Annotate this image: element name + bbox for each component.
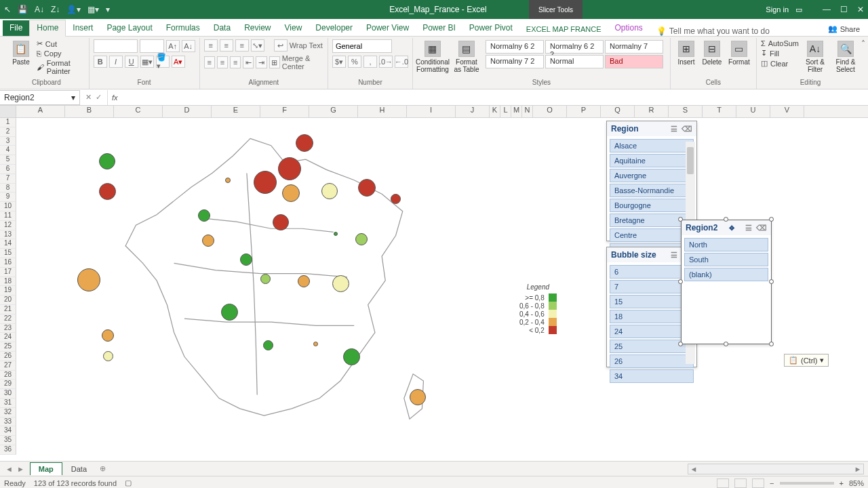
currency-icon[interactable]: $▾ xyxy=(332,56,346,68)
sort-asc-icon[interactable]: A↓ xyxy=(35,5,44,14)
col-header[interactable]: I xyxy=(407,106,456,117)
next-sheet-icon[interactable]: ► xyxy=(17,465,24,473)
increase-font-icon[interactable]: A↑ xyxy=(166,40,180,52)
autosum-button[interactable]: ΣAutoSum xyxy=(761,39,799,47)
row-header[interactable]: 2 xyxy=(0,127,16,137)
row-header[interactable]: 28 xyxy=(0,371,16,380)
tab-power-bi[interactable]: Power BI xyxy=(416,20,462,36)
slicer-region2[interactable]: Region2✥☰⌫ North South (blank) xyxy=(681,220,772,344)
row-header[interactable]: 32 xyxy=(0,408,16,418)
format-painter-button[interactable]: 🖌Format Painter xyxy=(37,59,85,75)
row-header[interactable]: 35 xyxy=(0,436,16,445)
page-layout-view-button[interactable] xyxy=(734,479,747,488)
borders-button[interactable]: ▦▾ xyxy=(140,56,154,68)
cancel-formula-icon[interactable]: ✕ xyxy=(85,93,92,102)
dec-decimal-icon[interactable]: ←.0 xyxy=(395,56,408,68)
cell-style-1[interactable]: Normalny 6 2 xyxy=(486,40,544,54)
row-header[interactable]: 8 xyxy=(0,184,16,193)
row-header[interactable]: 31 xyxy=(0,399,16,408)
tab-formulas[interactable]: Formulas xyxy=(159,20,207,36)
slicer-item[interactable]: North xyxy=(684,238,768,251)
fill-button[interactable]: ↧Fill xyxy=(761,49,799,58)
align-left-icon[interactable]: ≡ xyxy=(204,56,215,68)
italic-button[interactable]: I xyxy=(109,56,123,68)
tab-view[interactable]: View xyxy=(278,20,309,36)
format-cells-button[interactable]: ▭Format xyxy=(726,39,752,67)
collapse-ribbon-icon[interactable]: ˄ xyxy=(861,39,865,49)
col-header[interactable]: G xyxy=(309,106,358,117)
zoom-in-icon[interactable]: + xyxy=(840,479,844,487)
tab-review[interactable]: Review xyxy=(237,20,277,36)
user-icon[interactable]: 👤▾ xyxy=(66,5,81,14)
col-header[interactable]: P xyxy=(567,106,601,117)
row-header[interactable]: 29 xyxy=(0,380,16,389)
col-header[interactable]: C xyxy=(114,106,163,117)
resize-handle[interactable] xyxy=(724,342,728,346)
row-header[interactable]: 26 xyxy=(0,352,16,361)
minimize-icon[interactable]: — xyxy=(823,5,831,14)
percent-icon[interactable]: % xyxy=(348,56,361,68)
row-header[interactable]: 23 xyxy=(0,324,16,333)
paste-options-popup[interactable]: 📋 (Ctrl) ▾ xyxy=(784,354,829,367)
col-header[interactable]: B xyxy=(65,106,114,117)
tab-options[interactable]: Options xyxy=(608,20,650,36)
row-header[interactable]: 6 xyxy=(0,165,16,174)
col-header[interactable]: J xyxy=(456,106,490,117)
clear-filter-icon[interactable]: ⌫ xyxy=(682,125,692,134)
tab-insert[interactable]: Insert xyxy=(66,20,100,36)
horizontal-scrollbar[interactable]: ◄ ► xyxy=(688,464,864,474)
col-header[interactable]: Q xyxy=(601,106,635,117)
col-header[interactable]: T xyxy=(703,106,736,117)
col-header[interactable]: E xyxy=(212,106,260,117)
tab-power-pivot[interactable]: Power Pivot xyxy=(462,20,519,36)
maximize-icon[interactable]: ☐ xyxy=(840,5,848,14)
tell-me[interactable]: 💡Tell me what you want to do xyxy=(656,26,770,36)
row-header[interactable]: 4 xyxy=(0,146,16,155)
sheet-tab-map[interactable]: Map xyxy=(30,462,62,475)
slicer-item[interactable]: Bourgogne xyxy=(610,199,694,212)
row-header[interactable]: 15 xyxy=(0,249,16,258)
slicer-item[interactable]: South xyxy=(684,253,768,266)
slicer-item[interactable]: (blank) xyxy=(684,268,768,281)
row-header[interactable]: 10 xyxy=(0,202,16,211)
cursor-icon[interactable]: ↖ xyxy=(4,5,11,14)
font-color-button[interactable]: A▾ xyxy=(172,56,185,68)
row-header[interactable]: 18 xyxy=(0,277,16,287)
col-header[interactable]: H xyxy=(358,106,407,117)
name-box[interactable]: Region2▾ xyxy=(0,90,80,105)
page-break-view-button[interactable] xyxy=(752,479,764,488)
cell-style-bad[interactable]: Bad xyxy=(605,55,663,68)
inc-decimal-icon[interactable]: .0→ xyxy=(379,56,393,68)
cut-button[interactable]: ✂Cut xyxy=(37,39,85,48)
comma-icon[interactable]: , xyxy=(363,56,377,68)
zoom-out-icon[interactable]: − xyxy=(770,479,774,487)
orientation-icon[interactable]: ⤡▾ xyxy=(251,39,264,52)
resize-handle[interactable] xyxy=(769,279,774,284)
zoom-percent[interactable]: 85% xyxy=(849,479,864,487)
row-header[interactable]: 19 xyxy=(0,286,16,296)
ribbon-display-icon[interactable]: ▭ xyxy=(795,5,802,14)
resize-handle[interactable] xyxy=(678,342,683,346)
resize-handle[interactable] xyxy=(769,217,774,222)
decrease-font-icon[interactable]: A↓ xyxy=(182,40,195,52)
col-header[interactable]: N xyxy=(522,106,533,117)
tab-power-view[interactable]: Power View xyxy=(359,20,416,36)
paste-button[interactable]: 📋 Paste xyxy=(8,39,34,67)
font-size-input[interactable] xyxy=(140,39,164,53)
zoom-slider[interactable] xyxy=(780,482,834,485)
tab-home[interactable]: Home xyxy=(29,20,66,37)
slicer-item[interactable]: 26 xyxy=(610,354,694,368)
save-icon[interactable]: 💾 xyxy=(18,5,28,14)
row-header[interactable]: 20 xyxy=(0,296,16,305)
col-header[interactable]: V xyxy=(770,106,804,117)
worksheet-grid[interactable]: A B C D E F G H I J K L M N O P Q R S T … xyxy=(0,106,868,461)
row-header[interactable]: 12 xyxy=(0,221,16,230)
bold-button[interactable]: B xyxy=(94,56,107,68)
cell-style-2[interactable]: Normalny 6 2 2 xyxy=(545,40,604,54)
row-header[interactable]: 11 xyxy=(0,211,16,221)
new-sheet-button[interactable]: ⊕ xyxy=(96,462,110,475)
slicer-item[interactable]: Aquitaine xyxy=(610,154,694,167)
row-header[interactable]: 1 xyxy=(0,118,16,127)
sort-filter-button[interactable]: A↓Sort & Filter xyxy=(802,39,829,75)
align-center-icon[interactable]: ≡ xyxy=(217,56,228,68)
